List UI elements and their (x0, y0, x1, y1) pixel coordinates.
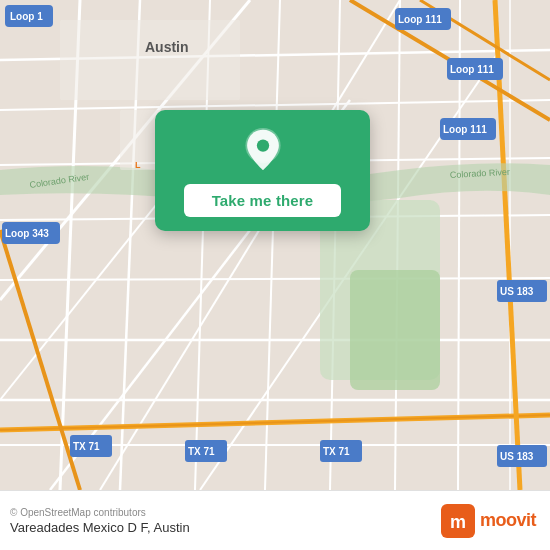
svg-text:TX 71: TX 71 (323, 446, 350, 457)
svg-point-58 (256, 139, 268, 151)
svg-text:Austin: Austin (145, 39, 189, 55)
svg-text:TX 71: TX 71 (73, 441, 100, 452)
location-label: Vareadades Mexico D F, Austin (10, 520, 190, 535)
bottom-bar: © OpenStreetMap contributors Vareadades … (0, 490, 550, 550)
take-me-there-button[interactable]: Take me there (184, 184, 342, 217)
moovit-brand-text: moovit (480, 510, 536, 531)
svg-rect-30 (60, 20, 240, 100)
copyright-text: © OpenStreetMap contributors (10, 507, 190, 518)
svg-text:m: m (450, 512, 466, 532)
location-pin-icon (241, 128, 285, 172)
svg-text:US 183: US 183 (500, 451, 534, 462)
svg-text:L: L (135, 160, 141, 170)
svg-text:Loop 111: Loop 111 (450, 64, 494, 75)
popup-card: Take me there (155, 110, 370, 231)
moovit-logo: m moovit (441, 504, 536, 538)
svg-text:Loop 111: Loop 111 (398, 14, 442, 25)
map-container: Austin Loop 1 Loop 111 Loop 111 Loop 111… (0, 0, 550, 490)
svg-text:Loop 343: Loop 343 (5, 228, 49, 239)
svg-text:Loop 1: Loop 1 (10, 11, 43, 22)
moovit-logo-icon: m (441, 504, 475, 538)
svg-text:TX 71: TX 71 (188, 446, 215, 457)
svg-text:US 183: US 183 (500, 286, 534, 297)
svg-rect-29 (350, 270, 440, 390)
svg-text:Loop 111: Loop 111 (443, 124, 487, 135)
map-background: Austin Loop 1 Loop 111 Loop 111 Loop 111… (0, 0, 550, 490)
bottom-info: © OpenStreetMap contributors Vareadades … (10, 507, 190, 535)
